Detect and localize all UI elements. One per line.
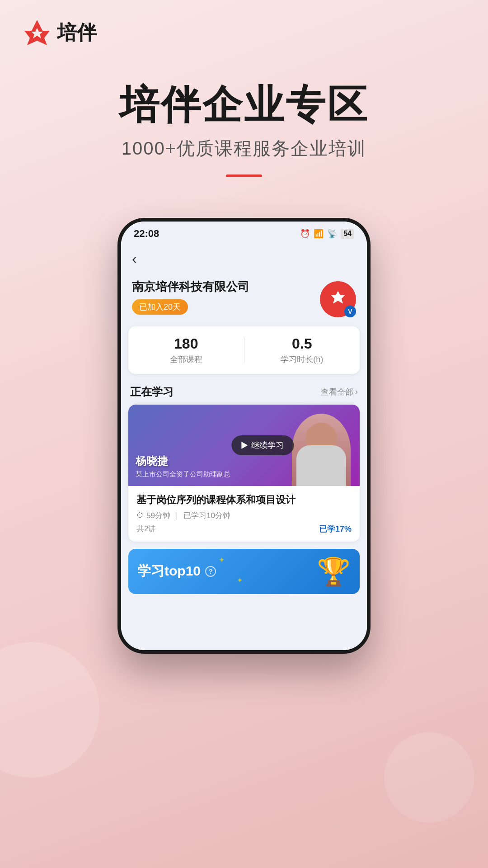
view-all-button[interactable]: 查看全部 ›: [321, 387, 358, 397]
back-button[interactable]: ‹: [132, 250, 137, 267]
status-bar: 22:08 ⏰ 📶 📡 54: [121, 222, 367, 243]
instructor-title: 某上市公司全资子公司助理副总: [136, 470, 230, 479]
play-icon: [241, 442, 248, 449]
company-name: 南京培伴科技有限公司: [132, 279, 320, 295]
course-footer: 共2讲 已学17%: [136, 524, 352, 534]
app-header: 培伴: [0, 0, 488, 56]
logo-text: 培伴: [57, 19, 97, 46]
status-time: 22:08: [134, 228, 159, 240]
stat-courses-label: 全部课程: [128, 354, 244, 365]
hero-subtitle: 1000+优质课程服务企业培训: [18, 136, 470, 161]
phone-frame: 22:08 ⏰ 📶 📡 54 ‹ 南京培伴科技有限公司 已加入20天: [117, 218, 371, 654]
status-icons: ⏰ 📶 📡 54: [300, 229, 354, 239]
top10-card[interactable]: 学习top10 ? ✦ ✦ 🏆: [128, 549, 360, 594]
stat-courses-value: 180: [128, 335, 244, 352]
hero-title: 培伴企业专区: [18, 83, 470, 127]
alarm-icon: ⏰: [300, 229, 310, 239]
instructor-body: [296, 445, 346, 486]
course-meta: ⏱ 59分钟 ｜ 已学习10分钟: [136, 510, 352, 521]
nav-bar: ‹: [121, 243, 367, 274]
instructor-image: [292, 414, 351, 486]
top10-help-icon: ?: [205, 566, 216, 577]
wifi-icon: 📡: [327, 229, 337, 239]
course-title: 基于岗位序列的课程体系和项目设计: [136, 493, 352, 507]
learning-section-title: 正在学习: [130, 385, 174, 399]
joined-badge: 已加入20天: [132, 299, 188, 315]
learning-section-header: 正在学习 查看全部 ›: [121, 381, 367, 405]
instructor-info: 杨晓捷 某上市公司全资子公司助理副总: [136, 454, 230, 479]
company-info: 南京培伴科技有限公司 已加入20天: [132, 279, 320, 315]
stat-hours: 0.5 学习时长(h): [244, 335, 360, 365]
chevron-right-icon: ›: [355, 387, 358, 396]
instructor-name: 杨晓捷: [136, 454, 230, 468]
phone-content: ‹ 南京培伴科技有限公司 已加入20天 V 180: [121, 243, 367, 650]
course-progress: 已学17%: [319, 524, 352, 534]
verify-badge: V: [344, 306, 356, 317]
logo: 培伴: [23, 18, 97, 47]
hero-section: 培伴企业专区 1000+优质课程服务企业培训: [0, 56, 488, 191]
course-info: 基于岗位序列的课程体系和项目设计 ⏱ 59分钟 ｜ 已学习10分钟 共2讲 已学…: [128, 486, 360, 542]
stat-hours-label: 学习时长(h): [244, 354, 360, 365]
trophy-icon: 🏆: [317, 555, 351, 587]
sparkle-1: ✦: [219, 556, 225, 564]
continue-learning-button[interactable]: 继续学习: [231, 435, 294, 455]
signal-icon: 📶: [314, 229, 324, 239]
company-avatar: V: [320, 281, 356, 317]
course-duration: 59分钟: [146, 510, 170, 521]
course-studied: 已学习10分钟: [183, 510, 230, 521]
phone-mockup: 22:08 ⏰ 📶 📡 54 ‹ 南京培伴科技有限公司 已加入20天: [0, 218, 488, 654]
lessons-count: 共2讲: [136, 524, 156, 534]
company-section: 南京培伴科技有限公司 已加入20天 V: [121, 274, 367, 326]
hero-divider: [226, 175, 262, 177]
battery-icon: 54: [341, 229, 354, 239]
course-card[interactable]: 杨晓捷 某上市公司全资子公司助理副总 继续学习 基于岗位序列的课程体系和项目设计…: [128, 405, 360, 542]
stats-card: 180 全部课程 0.5 学习时长(h): [128, 326, 360, 374]
logo-icon: [23, 18, 52, 47]
sparkle-2: ✦: [237, 576, 243, 585]
top10-title: 学习top10 ?: [137, 562, 216, 580]
clock-icon: ⏱: [136, 511, 144, 519]
course-thumbnail: 杨晓捷 某上市公司全资子公司助理副总 继续学习: [128, 405, 360, 486]
stat-hours-value: 0.5: [244, 335, 360, 352]
stat-courses: 180 全部课程: [128, 335, 244, 365]
